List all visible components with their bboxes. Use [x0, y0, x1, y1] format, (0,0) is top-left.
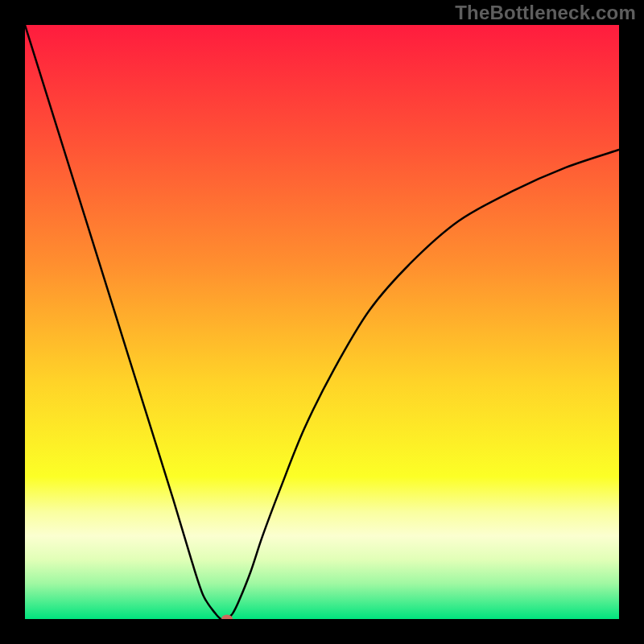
- chart-frame: TheBottleneck.com: [0, 0, 644, 644]
- plot-area: [25, 25, 619, 619]
- chart-svg: [25, 25, 619, 619]
- minimum-marker: [221, 615, 233, 620]
- gradient-background: [25, 25, 619, 619]
- attribution-text: TheBottleneck.com: [455, 2, 636, 24]
